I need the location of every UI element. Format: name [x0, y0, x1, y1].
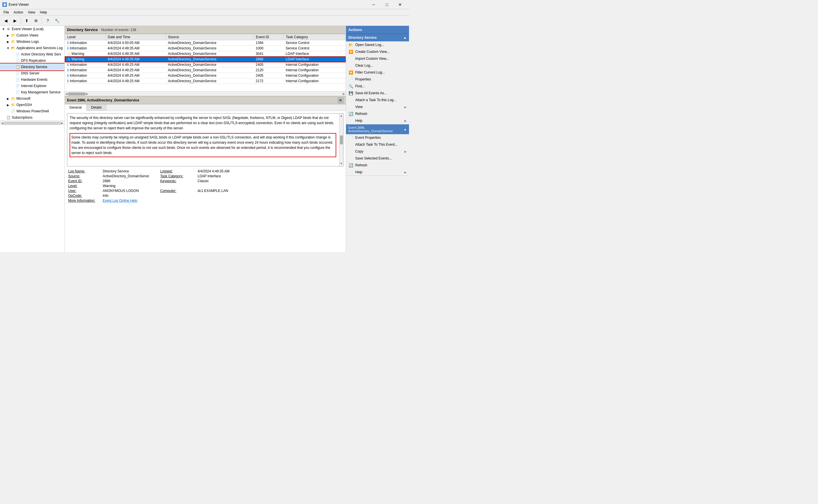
tree-item-ad-web[interactable]: 📄 Active Directory Web Serv: [0, 51, 64, 57]
cell-task: Service Control: [283, 40, 345, 46]
table-row[interactable]: ℹInformation4/4/2024 4:49:25 AMActiveDir…: [65, 73, 346, 78]
log-icon: 📄: [15, 52, 20, 57]
action-attach-task-event[interactable]: Attach Task To This Event...: [346, 141, 409, 148]
action-import-custom-view[interactable]: Import Custom View...: [346, 55, 409, 62]
menu-help[interactable]: Help: [38, 10, 49, 15]
powershell-label: Windows PowerShell: [16, 109, 49, 113]
col-datetime[interactable]: Date and Time: [105, 34, 166, 40]
event-message-box[interactable]: ▲ ▼ The security of this directory serve…: [67, 113, 343, 166]
folder-icon: 📁: [10, 33, 16, 38]
right-area: Directory Service Number of events: 138 …: [65, 26, 346, 252]
folder-icon: 📁: [10, 39, 16, 44]
action-view[interactable]: View ▶: [346, 103, 409, 110]
action-find[interactable]: 🔍 Find...: [346, 83, 409, 90]
tree-item-windows-logs[interactable]: ▶ 📁 Windows Logs: [0, 39, 64, 45]
ad-web-label: Active Directory Web Serv: [21, 52, 61, 56]
tree-item-ie[interactable]: 📄 Internet Explorer: [0, 83, 64, 89]
menu-view[interactable]: View: [26, 10, 38, 15]
action-attach-task-log[interactable]: Attach a Task To this Log...: [346, 97, 409, 103]
tree-item-hardware[interactable]: 📄 Hardware Events: [0, 76, 64, 83]
tree-item-openssh[interactable]: ▶ 📁 OpenSSH: [0, 102, 64, 108]
logged-label: Logged:: [160, 169, 197, 173]
tree-item-dfs[interactable]: 📄 DFS Replication: [0, 57, 64, 64]
windows-logs-expand[interactable]: ▶: [6, 40, 10, 43]
table-row[interactable]: ⚠Warning4/4/2024 4:49:35 AMActiveDirecto…: [65, 51, 346, 57]
action-save-all[interactable]: 💾 Save All Events As...: [346, 90, 409, 97]
ie-label: Internet Explorer: [21, 84, 47, 88]
section1-collapse-icon: ▲: [403, 36, 407, 40]
action-help-1[interactable]: Help ▶: [346, 117, 409, 124]
toolbar-view[interactable]: ▤: [32, 17, 40, 25]
col-task[interactable]: Task Category: [283, 34, 345, 40]
tree-item-powershell[interactable]: 📄 Windows PowerShell: [0, 108, 64, 114]
toolbar-settings[interactable]: 🔧: [53, 17, 61, 25]
tree-item-dns[interactable]: 📄 DNS Server: [0, 70, 64, 76]
toolbar-help[interactable]: ?: [44, 17, 52, 25]
keywords-value: Classic: [197, 179, 342, 183]
tree-item-custom-views[interactable]: ▶ 📁 Custom Views: [0, 32, 64, 39]
cell-task: LDAP Interface: [283, 51, 345, 57]
computer-icon: 🖥: [6, 27, 11, 31]
detail-close-button[interactable]: ✕: [338, 97, 343, 103]
cell-datetime: 4/4/2024 4:49:25 AM: [105, 73, 166, 78]
root-expand[interactable]: ▼: [1, 28, 6, 31]
tree-item-microsoft[interactable]: ▶ 📁 Microsoft: [0, 95, 64, 102]
event-meta: Log Name: Directory Service Logged: 4/4/…: [67, 168, 343, 204]
tree-root[interactable]: ▼ 🖥 Event Viewer (Local): [0, 26, 64, 32]
table-row[interactable]: ℹInformation4/4/2024 4:49:25 AMActiveDir…: [65, 62, 346, 68]
table-row[interactable]: ℹInformation4/4/2024 4:49:25 AMActiveDir…: [65, 68, 346, 73]
action-save-selected[interactable]: Save Selected Events...: [346, 155, 409, 162]
action-clear-log[interactable]: Clear Log...: [346, 62, 409, 69]
tree-item-directory-service[interactable]: 📋 Directory Service: [0, 64, 64, 70]
table-row[interactable]: ℹInformation4/4/2024 4:49:25 AMActiveDir…: [65, 78, 346, 84]
section2-header[interactable]: Event 2886, ActiveDirectory_DomainServic…: [346, 124, 409, 134]
hardware-label: Hardware Events: [21, 78, 47, 82]
action-filter-log[interactable]: 🔽 Filter Current Log...: [346, 69, 409, 76]
tree-item-key-mgmt[interactable]: 📄 Key Management Service: [0, 89, 64, 95]
action-properties[interactable]: 📄 Properties: [346, 76, 409, 83]
custom-views-expand[interactable]: ▶: [6, 34, 10, 37]
action-copy[interactable]: Copy ▶: [346, 148, 409, 155]
user-value: ANONYMOUS LOGON: [103, 189, 160, 193]
toolbar-forward[interactable]: ▶: [11, 17, 19, 25]
toolbar-back[interactable]: ◀: [2, 17, 10, 25]
close-button[interactable]: ✕: [393, 0, 407, 9]
col-level[interactable]: Level: [65, 34, 105, 40]
action-open-saved-log[interactable]: 📂 Open Saved Log...: [346, 41, 409, 48]
event-table-hscroll[interactable]: ◀ ▶ ▶: [65, 91, 346, 96]
col-eventid[interactable]: Event ID: [254, 34, 283, 40]
apps-services-expand[interactable]: ▼: [6, 47, 10, 50]
tree-item-subscriptions[interactable]: 📋 Subscriptions: [0, 114, 64, 121]
menu-action[interactable]: Action: [11, 10, 25, 15]
action-event-properties[interactable]: 📄 Event Properties: [346, 134, 409, 141]
openssh-expand[interactable]: ▶: [6, 103, 10, 107]
cell-datetime: 4/4/2024 4:49:25 AM: [105, 62, 166, 68]
maximize-button[interactable]: □: [380, 0, 393, 9]
event-list-panel: Directory Service Number of events: 138 …: [65, 26, 346, 96]
table-row[interactable]: ℹInformation4/4/2024 4:50:05 AMActiveDir…: [65, 40, 346, 46]
event-table-container[interactable]: Level Date and Time Source Event ID Task…: [65, 34, 346, 91]
tab-details[interactable]: Details: [87, 104, 107, 111]
tree-item-apps-services[interactable]: ▼ 📂 Applications and Services Log: [0, 45, 64, 51]
minimize-button[interactable]: ─: [367, 0, 380, 9]
more-info-label: More Information:: [68, 199, 103, 203]
menu-file[interactable]: File: [1, 10, 11, 15]
table-row[interactable]: ℹInformation4/4/2024 4:49:35 AMActiveDir…: [65, 46, 346, 51]
cell-source: ActiveDirectory_DomainService: [166, 46, 254, 51]
table-row[interactable]: ⚠Warning4/4/2024 4:49:35 AMActiveDirecto…: [65, 57, 346, 62]
action-refresh-1[interactable]: 🔄 Refresh: [346, 110, 409, 117]
action-create-custom-view[interactable]: 🔽 Create Custom View...: [346, 48, 409, 55]
tab-general[interactable]: General: [65, 104, 87, 111]
left-panel-hscroll[interactable]: ◀ ▶: [0, 121, 64, 125]
panel-title: Directory Service: [67, 28, 98, 32]
action-refresh-2[interactable]: 🔄 Refresh: [346, 162, 409, 169]
section1-header[interactable]: Directory Service ▲: [346, 34, 409, 41]
action-help-2[interactable]: Help ▶: [346, 169, 409, 176]
properties-icon: 📄: [348, 77, 354, 82]
more-info-link[interactable]: Event Log Online Help: [103, 199, 160, 203]
level-value: Warning: [103, 184, 160, 188]
copy-arrow: ▶: [404, 150, 407, 153]
col-source[interactable]: Source: [166, 34, 254, 40]
toolbar-up[interactable]: ⬆: [23, 17, 31, 25]
microsoft-expand[interactable]: ▶: [6, 97, 10, 100]
